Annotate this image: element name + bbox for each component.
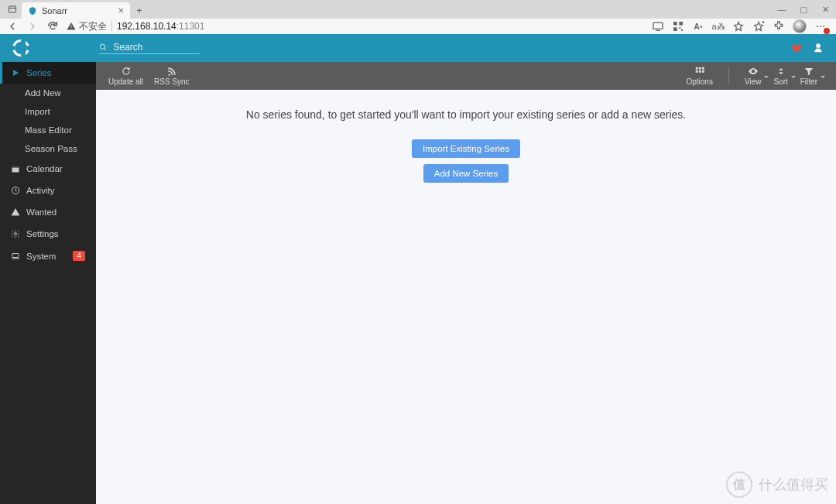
import-existing-button[interactable]: Import Existing Series <box>412 139 520 158</box>
svg-rect-6 <box>673 27 677 31</box>
url: 192.168.10.14:11301 <box>117 21 204 32</box>
extensions-icon[interactable] <box>773 20 785 33</box>
close-window-button[interactable]: ✕ <box>814 0 836 19</box>
main-column: Update all RSS Sync Options View <box>96 62 836 504</box>
address-bar[interactable]: 不安全 192.168.10.14:11301 <box>67 20 644 33</box>
back-button[interactable] <box>6 20 19 33</box>
sonarr-favicon-icon <box>28 6 37 15</box>
sidebar-label: System <box>26 252 56 261</box>
update-all-button[interactable]: Update all <box>108 66 143 86</box>
profile-avatar[interactable] <box>793 19 807 33</box>
play-icon <box>11 68 20 77</box>
user-icon[interactable] <box>813 43 824 53</box>
view-button[interactable]: View <box>738 66 768 86</box>
search-icon <box>99 43 107 52</box>
system-badge: 4 <box>73 251 85 261</box>
sidebar-sub-import[interactable]: Import <box>0 102 96 121</box>
sort-icon <box>776 66 786 77</box>
tab-title: Sonarr <box>42 6 113 15</box>
address-separator <box>111 21 112 32</box>
toolbar-label: Options <box>686 77 712 86</box>
calendar-icon <box>11 164 20 173</box>
translate-icon[interactable]: a⁂ <box>712 20 725 33</box>
clock-icon <box>11 186 20 195</box>
security-label: 不安全 <box>79 20 107 33</box>
svg-point-14 <box>15 233 17 235</box>
filter-icon <box>803 66 814 77</box>
page-toolbar: Update all RSS Sync Options View <box>96 62 836 90</box>
svg-rect-22 <box>702 70 704 73</box>
filter-button[interactable]: Filter <box>794 66 824 86</box>
sidebar-sub-season-pass[interactable]: Season Pass <box>0 139 96 158</box>
content-area: No series found, to get started you'll w… <box>96 90 836 504</box>
svg-rect-0 <box>9 6 16 12</box>
sidebar-item-calendar[interactable]: Calendar <box>0 158 96 180</box>
sidebar-item-settings[interactable]: Settings <box>0 223 96 245</box>
favorite-icon[interactable] <box>732 20 745 33</box>
textsize-icon[interactable]: A» <box>692 20 704 33</box>
empty-message: No series found, to get started you'll w… <box>111 108 821 121</box>
laptop-icon <box>11 252 20 261</box>
sidebar-label: Calendar <box>26 164 63 173</box>
app-header <box>0 34 836 62</box>
toolbar-separator <box>728 67 729 85</box>
browser-titlebar: Sonarr × + — ▢ ✕ <box>0 0 836 19</box>
chevron-down-icon <box>821 76 825 78</box>
rss-sync-button[interactable]: RSS Sync <box>154 66 190 86</box>
collections-icon[interactable] <box>752 20 765 33</box>
minimize-button[interactable]: — <box>771 0 793 19</box>
eye-icon <box>748 66 759 77</box>
browser-toolbar: 不安全 192.168.10.14:11301 A» a⁂ ⋯ <box>0 19 836 34</box>
toolbar-label: View <box>745 77 762 86</box>
more-button[interactable]: ⋯ <box>814 20 827 33</box>
sidebar-item-series[interactable]: Series <box>0 62 96 84</box>
svg-rect-8 <box>681 29 683 31</box>
sidebar-label: Settings <box>26 229 59 238</box>
sidebar-label: Series <box>26 68 52 77</box>
sidebar-sub-add-new[interactable]: Add New <box>0 84 96 102</box>
forward-button[interactable] <box>26 20 39 33</box>
security-warning: 不安全 <box>67 20 107 33</box>
svg-rect-5 <box>679 22 683 26</box>
toolbar-label: RSS Sync <box>154 77 190 86</box>
svg-rect-2 <box>653 22 663 29</box>
sidebar-label: Activity <box>26 186 54 195</box>
maximize-button[interactable]: ▢ <box>793 0 814 19</box>
gear-icon <box>11 229 20 238</box>
search-input[interactable] <box>113 42 200 53</box>
sidebar-item-wanted[interactable]: Wanted <box>0 201 96 223</box>
sort-button[interactable]: Sort <box>767 66 793 86</box>
sidebar-item-system[interactable]: System 4 <box>0 245 96 267</box>
svg-rect-4 <box>673 22 677 26</box>
sidebar: Series Add New Import Mass Editor Season… <box>0 62 96 504</box>
svg-rect-20 <box>695 70 697 73</box>
page-toolbar-right: Options View Sort Filter <box>680 66 824 86</box>
warning-icon <box>67 22 76 31</box>
search-field[interactable] <box>99 42 200 54</box>
sonarr-logo[interactable] <box>12 39 29 57</box>
browser-tab[interactable]: Sonarr × <box>22 2 130 19</box>
close-tab-icon[interactable]: × <box>118 5 124 15</box>
qr-icon[interactable] <box>672 20 684 33</box>
app-body: Series Add New Import Mass Editor Season… <box>0 62 836 504</box>
refresh-button[interactable] <box>46 20 59 33</box>
svg-rect-18 <box>699 67 701 70</box>
cast-icon[interactable] <box>652 20 664 33</box>
notification-badge <box>824 28 830 34</box>
window-controls: — ▢ ✕ <box>771 0 836 19</box>
sidebar-item-activity[interactable]: Activity <box>0 180 96 201</box>
refresh-icon <box>121 66 132 77</box>
toolbar-label: Filter <box>800 77 817 86</box>
options-button[interactable]: Options <box>680 66 718 86</box>
grid-icon <box>694 66 705 77</box>
toolbar-label: Update all <box>108 77 143 86</box>
donate-icon[interactable] <box>791 43 802 53</box>
svg-rect-15 <box>12 253 19 257</box>
svg-rect-17 <box>695 67 697 70</box>
new-tab-button[interactable]: + <box>130 2 149 19</box>
svg-rect-19 <box>702 67 704 70</box>
add-new-series-button[interactable]: Add New Series <box>423 164 509 183</box>
tab-list-button[interactable] <box>3 0 22 19</box>
sidebar-sub-mass-editor[interactable]: Mass Editor <box>0 121 96 139</box>
sidebar-label: Wanted <box>26 207 57 217</box>
